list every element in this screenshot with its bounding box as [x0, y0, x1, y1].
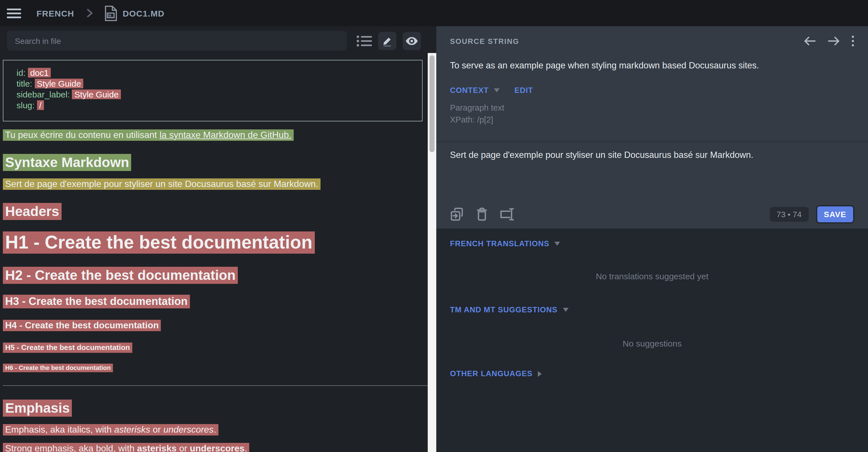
chevron-right-icon — [87, 8, 93, 18]
main-split: id:doc1 title:Style Guide sidebar_label:… — [0, 26, 868, 452]
frontmatter-value-string[interactable]: / — [37, 100, 43, 110]
preview-mode-button[interactable] — [403, 32, 421, 50]
untranslated-string[interactable]: H2 - Create the best documentation — [3, 267, 238, 284]
selected-string[interactable]: Sert de page d'exemple pour styliser un … — [3, 179, 320, 190]
untranslated-string[interactable]: Strong emphasis, aka bold, with asterisk… — [3, 443, 249, 452]
string-heading-h2: H2 - Create the best documentation — [3, 267, 434, 283]
string-paragraph: Emphasis, aka italics, with asterisks or… — [3, 425, 434, 435]
section-other-languages[interactable]: OTHER LANGUAGES — [450, 369, 854, 378]
clear-translation-button[interactable] — [476, 207, 488, 221]
string-heading-h3: H3 - Create the best documentation — [3, 295, 434, 308]
edit-context-link[interactable]: EDIT — [515, 86, 533, 95]
string-heading: Emphasis — [3, 400, 434, 416]
menu-icon[interactable] — [7, 8, 21, 18]
string-heading-h6: H6 - Create the best documentation — [3, 364, 434, 371]
document-preview: id:doc1 title:Style Guide sidebar_label:… — [0, 60, 436, 452]
pencil-icon — [381, 35, 393, 46]
source-string-text: To serve as an example page when styling… — [450, 60, 854, 71]
frontmatter-key: title: — [17, 79, 32, 88]
untranslated-string[interactable]: H3 - Create the best documentation — [3, 295, 190, 309]
horizontal-rule — [3, 385, 435, 386]
untranslated-string[interactable]: H4 - Create the best documentation — [3, 320, 161, 331]
select-text-button[interactable] — [499, 207, 515, 221]
context-xpath: XPath: /p[2] — [450, 114, 854, 126]
breadcrumb-file[interactable]: DOC1.MD — [123, 8, 164, 18]
untranslated-string[interactable]: H5 - Create the best documentation — [3, 343, 132, 353]
translated-string[interactable]: Syntaxe Markdown — [3, 154, 131, 171]
context-row: CONTEXT EDIT — [450, 86, 854, 95]
suggestions-empty-state: No suggestions — [450, 338, 854, 348]
frontmatter-key: slug: — [17, 100, 34, 110]
string-heading-translated: Syntaxe Markdown — [3, 155, 434, 170]
string-list-view-button[interactable] — [356, 34, 372, 47]
translated-string[interactable]: Tu peux écrire du contenu en utilisant l… — [3, 129, 294, 141]
eye-icon — [405, 36, 418, 45]
string-paragraph-translated: Tu peux écrire du contenu en utilisant l… — [3, 130, 434, 140]
frontmatter-row: id:doc1 — [17, 67, 414, 78]
frontmatter-row: slug:/ — [17, 100, 414, 110]
inline-link[interactable]: la syntaxe Markdown de GitHub. — [159, 130, 291, 140]
translations-empty-state: No translations suggested yet — [450, 271, 854, 281]
suggestions-area: FRENCH TRANSLATIONS No translations sugg… — [436, 229, 868, 452]
chevron-down-icon — [563, 308, 568, 312]
character-counter: 73 • 74 — [770, 207, 808, 222]
string-paragraph-selected: Sert de page d'exemple pour styliser un … — [3, 179, 434, 189]
translation-panel: SOURCE STRING — [436, 26, 868, 452]
scrollbar-thumb[interactable] — [429, 55, 435, 152]
preview-scrollbar[interactable] — [428, 53, 436, 452]
untranslated-string[interactable]: Emphasis — [3, 399, 72, 417]
source-string-header: SOURCE STRING — [450, 26, 854, 47]
previous-string-button[interactable] — [804, 36, 816, 46]
breadcrumb-project[interactable]: FRENCH — [36, 8, 74, 18]
untranslated-string[interactable]: Emphasis, aka italics, with asterisks or… — [3, 424, 218, 435]
markdown-file-icon: M↓ — [104, 5, 118, 21]
edit-mode-button[interactable] — [378, 32, 396, 50]
frontmatter-key: id: — [17, 68, 26, 77]
file-preview-panel: id:doc1 title:Style Guide sidebar_label:… — [0, 26, 436, 452]
string-paragraph: Strong emphasis, aka bold, with asterisk… — [3, 444, 434, 452]
top-bar: FRENCH M↓ DOC1.MD — [0, 0, 868, 26]
context-toggle[interactable]: CONTEXT — [450, 86, 489, 95]
arrow-left-icon — [804, 36, 816, 46]
context-details: Paragraph text XPath: /p[2] — [450, 102, 854, 126]
preview-toolbar — [0, 26, 436, 51]
next-string-button[interactable] — [828, 36, 840, 46]
context-type: Paragraph text — [450, 102, 854, 114]
frontmatter-key: sidebar_label: — [17, 90, 70, 99]
translation-toolbar: 73 • 74 SAVE — [450, 205, 854, 223]
string-heading-h4: H4 - Create the best documentation — [3, 320, 434, 331]
more-options-button[interactable] — [851, 35, 854, 47]
frontmatter-value-string[interactable]: Style Guide — [34, 79, 83, 88]
frontmatter-box: id:doc1 title:Style Guide sidebar_label:… — [3, 60, 423, 121]
untranslated-string[interactable]: H1 - Create the best documentation — [3, 231, 315, 254]
trash-icon — [476, 207, 488, 221]
string-heading-h5: H5 - Create the best documentation — [3, 343, 434, 352]
frontmatter-value-string[interactable]: Style Guide — [72, 90, 121, 99]
string-heading: Headers — [3, 203, 434, 220]
app-window: FRENCH M↓ DOC1.MD — [0, 0, 868, 452]
string-heading-h1: H1 - Create the best documentation — [3, 232, 434, 253]
string-editor: SOURCE STRING — [436, 26, 868, 229]
copy-source-button[interactable] — [450, 207, 465, 222]
text-cursor-icon — [499, 207, 515, 221]
section-french-translations[interactable]: FRENCH TRANSLATIONS — [450, 239, 854, 248]
frontmatter-value-string[interactable]: doc1 — [28, 68, 51, 77]
svg-text:M↓: M↓ — [108, 13, 113, 18]
source-string-title: SOURCE STRING — [450, 37, 519, 45]
frontmatter-row: title:Style Guide — [17, 78, 414, 89]
arrow-right-icon — [828, 36, 840, 46]
section-tm-mt-suggestions[interactable]: TM AND MT SUGGESTIONS — [450, 305, 854, 314]
list-icon — [356, 34, 372, 47]
chevron-down-icon — [555, 242, 560, 246]
chevron-down-icon — [494, 88, 500, 92]
kebab-menu-icon — [851, 35, 854, 47]
untranslated-string[interactable]: H6 - Create the best documentation — [3, 364, 113, 372]
editor-divider — [436, 141, 868, 142]
untranslated-string[interactable]: Headers — [3, 203, 61, 220]
chevron-right-icon — [538, 371, 542, 377]
frontmatter-row: sidebar_label:Style Guide — [17, 89, 414, 100]
copy-source-icon — [450, 207, 465, 222]
save-button[interactable]: SAVE — [816, 205, 854, 223]
search-input[interactable] — [7, 31, 347, 51]
